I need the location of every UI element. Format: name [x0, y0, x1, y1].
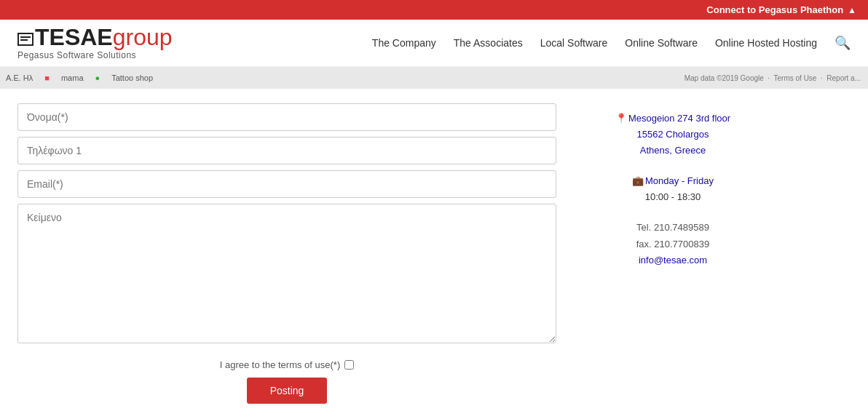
agree-checkbox[interactable] [344, 360, 354, 370]
logo-text: TESAEgroup [17, 25, 173, 49]
nav-online-hosted-hosting[interactable]: Online Hosted Hosting [715, 37, 817, 49]
posting-row: Posting [17, 378, 556, 404]
posting-button[interactable]: Posting [247, 378, 328, 404]
agree-row: I agree to the terms of use(*) [17, 359, 556, 370]
contact-fax: fax. 210.7700839 [636, 239, 709, 250]
contact-form: I agree to the terms of use(*) Posting [17, 103, 556, 404]
agree-text: I agree to the terms of use(*) [220, 359, 340, 370]
contact-tel: Tel. 210.7489589 [636, 222, 709, 233]
header: TESAEgroup Pegasus Software Solutions Th… [0, 20, 868, 67]
hours-days: Monday - Friday [645, 175, 714, 186]
main-content: I agree to the terms of use(*) Posting 📍… [0, 89, 868, 418]
hours-block: 💼Monday - Friday 10:00 - 18:30 [585, 173, 760, 205]
banner-chevron: ▲ [848, 5, 856, 15]
nav-the-associates[interactable]: The Associates [454, 37, 523, 49]
nav-local-software[interactable]: Local Software [540, 37, 608, 49]
address-city: 15562 Cholargos [636, 129, 709, 140]
map-item-5: Tattoo shop [111, 73, 153, 82]
address-block: 📍Mesogeion 274 3rd floor 15562 Cholargos… [585, 111, 760, 159]
nav-online-software[interactable]: Online Software [625, 37, 698, 49]
logo-tesae: TESAE [35, 24, 113, 50]
name-input[interactable] [17, 103, 556, 131]
address-country: Athens, Greece [640, 145, 706, 156]
email-input[interactable] [17, 170, 556, 198]
message-textarea[interactable] [17, 204, 556, 343]
contact-block: Tel. 210.7489589 fax. 210.7700839 info@t… [585, 220, 760, 268]
top-banner[interactable]: Connect to Pegasus Phaethon ▲ [0, 0, 868, 20]
map-item-1: Α.Ε. Ηλ [6, 73, 33, 82]
logo-tagline: Pegasus Software Solutions [17, 50, 136, 60]
briefcase-icon: 💼 [632, 175, 644, 186]
map-item-2: ■ [44, 73, 50, 82]
map-items: Α.Ε. Ηλ ■ mama ● Tattoo shop [6, 73, 153, 82]
logo: TESAEgroup Pegasus Software Solutions [17, 25, 173, 60]
map-attribution: Map data ©2019 Google · Terms of Use · R… [684, 74, 861, 82]
logo-icon [17, 33, 33, 46]
map-strip: Α.Ε. Ηλ ■ mama ● Tattoo shop Map data ©2… [0, 67, 868, 89]
map-item-4: ● [95, 73, 100, 82]
contact-info: 📍Mesogeion 274 3rd floor 15562 Cholargos… [585, 103, 760, 404]
banner-label: Connect to Pegasus Phaethon [706, 4, 843, 15]
logo-group: group [113, 24, 173, 50]
phone-input[interactable] [17, 137, 556, 164]
map-item-3: mama [61, 73, 84, 82]
address-street[interactable]: Mesogeion 274 3rd floor [628, 113, 730, 124]
nav-the-company[interactable]: The Company [372, 37, 436, 49]
contact-email[interactable]: info@tesae.com [639, 255, 707, 266]
hours-time: 10:00 - 18:30 [645, 191, 701, 202]
pin-icon: 📍 [615, 113, 627, 124]
main-nav: The Company The Associates Local Softwar… [372, 35, 851, 51]
search-icon[interactable]: 🔍 [835, 35, 851, 51]
